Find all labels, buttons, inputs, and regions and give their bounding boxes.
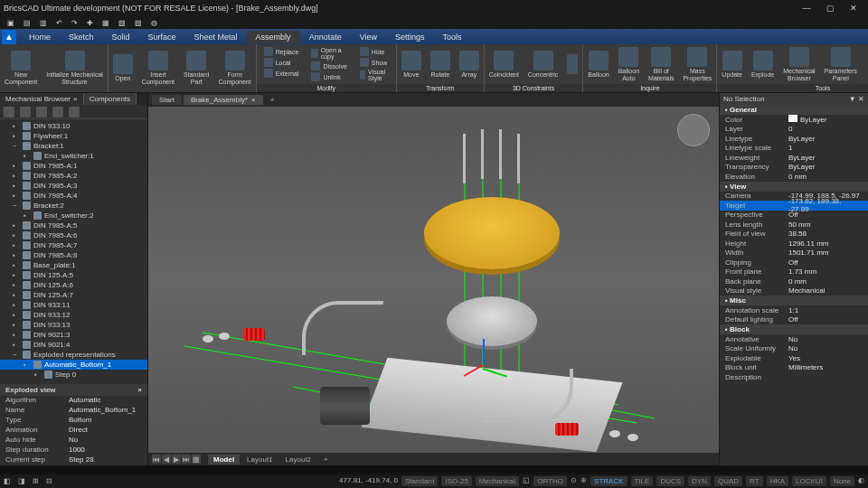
toolbar-icon[interactable] [4, 107, 14, 117]
status-iso[interactable]: ISO-25 [441, 476, 471, 486]
external-button[interactable]: External [260, 68, 303, 79]
chip-hka[interactable]: HKA [767, 476, 788, 486]
hide-button[interactable]: Hide [356, 46, 392, 57]
init-mech-structure-button[interactable]: Initialize Mechanical Structure [42, 44, 108, 92]
insert-component-button[interactable]: Insert Component [137, 44, 179, 92]
section-header[interactable]: ▪ Misc [720, 296, 868, 305]
property-row[interactable]: Back plane0 mm [720, 277, 868, 286]
tree-item[interactable]: ▪DIN 125-A:7 [0, 290, 147, 300]
layout-last[interactable]: ⏭ [182, 455, 191, 464]
mech-browser-button[interactable]: Mechanical Browser [778, 44, 819, 84]
status-std[interactable]: Standard [401, 476, 438, 486]
property-row[interactable]: Target-173.82, 189.38, -27.89 [720, 201, 868, 211]
layout-first[interactable]: ⏮ [152, 455, 161, 464]
status-icon[interactable]: ◨ [18, 477, 25, 485]
property-row[interactable]: Elevation0 mm [720, 172, 868, 182]
property-row[interactable]: Front plane1.73 mm [720, 267, 868, 277]
tree-item[interactable]: ▪DIN 7985-A:3 [0, 181, 147, 191]
property-row[interactable]: ClippingOff [720, 258, 868, 267]
section-header[interactable]: ▪ Block [720, 324, 868, 334]
tree-item[interactable]: ▪DIN 125-A:6 [0, 280, 147, 290]
status-icon[interactable]: ⊙ [571, 476, 577, 486]
explode-button[interactable]: Explode [747, 44, 778, 84]
section-header[interactable]: ▪ General [720, 105, 868, 115]
property-row[interactable]: Field of view38.58 [720, 230, 868, 239]
status-icon[interactable]: ⊞ [33, 477, 39, 485]
property-row[interactable]: Description [720, 372, 868, 382]
close-icon[interactable]: × [251, 96, 256, 104]
coincident-button[interactable]: Coincident [485, 44, 524, 84]
dissolve-button[interactable]: Dissolve [307, 61, 350, 71]
status-icon[interactable]: ◐ [858, 476, 864, 486]
component-tree[interactable]: ▪DIN 933:10▪Flywheel:1−Bracket:1▪End_swi… [0, 119, 147, 384]
tree-item[interactable]: ▪DIN 7985-A:8 [0, 250, 147, 260]
property-row[interactable]: Layer0 [720, 125, 868, 135]
property-row[interactable]: LineweightByLayer [720, 153, 868, 163]
toolbar-icon[interactable] [36, 107, 47, 117]
layout-next[interactable]: ▶ [172, 455, 181, 464]
bom-button[interactable]: Bill of Materials [644, 44, 678, 84]
property-row[interactable]: Annotation scale1:1 [720, 305, 868, 315]
standard-part-button[interactable]: Standard Part [179, 44, 213, 92]
tree-item[interactable]: ▪DIN 933:11 [0, 300, 147, 310]
concentric-button[interactable]: Concentric [524, 44, 562, 84]
chip-dyn[interactable]: DYN [688, 476, 711, 486]
min-button[interactable]: — [796, 2, 817, 14]
chip-tile[interactable]: TILE [631, 476, 654, 486]
chip-lockui[interactable]: LOCKUI [792, 476, 826, 486]
qa-icon[interactable]: ▥ [36, 19, 51, 27]
mass-props-button[interactable]: Mass Properties [678, 44, 716, 84]
tab-settings[interactable]: Settings [386, 31, 434, 43]
add-tab[interactable]: + [265, 96, 280, 104]
move-button[interactable]: Move [397, 44, 426, 84]
tree-item[interactable]: ▪End_switcher:2 [0, 211, 147, 221]
chip-rt[interactable]: RT [746, 476, 763, 486]
array-button[interactable]: Array [455, 44, 484, 84]
chip-strack[interactable]: STRACK [590, 476, 627, 486]
max-button[interactable]: ▢ [819, 2, 841, 14]
chip-ortho[interactable]: ORTHO [533, 476, 567, 486]
tab-surface[interactable]: Surface [139, 31, 185, 43]
property-row[interactable]: Block unitMillimeters [720, 363, 868, 373]
qa-icon[interactable]: ✚ [83, 19, 97, 27]
toolbar-icon[interactable] [20, 107, 31, 117]
property-row[interactable]: Width1501.71 mm [720, 249, 868, 258]
section-header[interactable]: ▪ View [720, 182, 868, 192]
qa-icon[interactable]: ▧ [115, 19, 129, 27]
tree-item[interactable]: −Bracket:1 [0, 141, 147, 151]
tree-item[interactable]: ▪DIN 933:10 [0, 121, 147, 131]
components-tab[interactable]: Components [84, 93, 137, 105]
show-button[interactable]: Show [356, 57, 392, 68]
property-row[interactable]: Lens length50 mm [720, 220, 868, 230]
property-row[interactable]: ExplodableYes [720, 353, 868, 363]
status-icon[interactable]: ◱ [523, 476, 530, 486]
tab-sketch[interactable]: Sketch [60, 31, 103, 43]
tab-solid[interactable]: Solid [103, 31, 139, 43]
balloon-button[interactable]: Balloon [583, 44, 613, 84]
visual-style-button[interactable]: Visual Style [356, 68, 392, 82]
tab-sheetmetal[interactable]: Sheet Metal [185, 31, 247, 43]
new-component-button[interactable]: New Component [0, 44, 42, 92]
property-row[interactable]: LinetypeByLayer [720, 134, 868, 144]
open-button[interactable]: Open [108, 44, 137, 92]
status-icon[interactable]: ⊕ [580, 476, 587, 486]
tree-item[interactable]: ▪DIN 9021:4 [0, 340, 147, 350]
params-panel-button[interactable]: Parameters Panel [820, 44, 862, 84]
qa-icon[interactable]: ▨ [131, 19, 146, 27]
close-button[interactable]: ✕ [843, 2, 864, 14]
tree-item[interactable]: ▪DIN 933:12 [0, 310, 147, 320]
status-icon[interactable]: ⊟ [46, 477, 52, 485]
property-row[interactable]: ColorByLayer [720, 115, 868, 125]
tree-item[interactable]: ▪DIN 7985-A:1 [0, 161, 147, 171]
property-row[interactable]: Scale UniformlyNo [720, 344, 868, 354]
command-line[interactable] [0, 465, 868, 474]
tree-item[interactable]: ▪DIN 125-A:5 [0, 270, 147, 280]
search-icon[interactable] [69, 107, 80, 117]
property-row[interactable]: Visual styleMechanical [720, 286, 868, 296]
tree-item[interactable]: ▪DIN 7985-A:5 [0, 221, 147, 230]
status-none[interactable]: None [830, 476, 854, 486]
tree-item[interactable]: ▪DIN 7985-A:6 [0, 230, 147, 240]
layout-model[interactable]: Model [208, 455, 240, 465]
tree-item[interactable]: ▪DIN 7985-A:4 [0, 191, 147, 201]
filter-icon[interactable]: ▼ ✕ [849, 95, 864, 103]
